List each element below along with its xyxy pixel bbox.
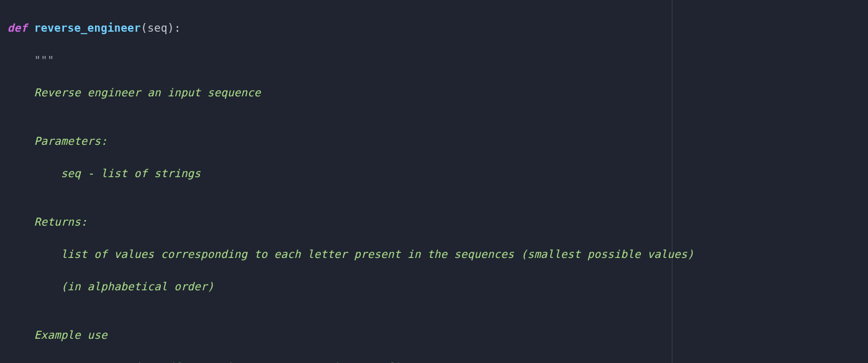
docstring-open: """ [7, 52, 868, 68]
docstring-line: seq - list of strings [7, 165, 868, 182]
docstring-line: (in alphabetical order) [7, 278, 868, 295]
docstring-line: Reverse engineer an input sequence [7, 85, 868, 101]
param-seq: seq [148, 22, 168, 34]
code-line: def reverse_engineer(seq): [7, 20, 868, 36]
space [27, 22, 34, 34]
paren-open: ( [141, 22, 148, 34]
docstring-line: Parameters: [7, 133, 868, 149]
code-editor[interactable]: def reverse_engineer(seq): """ Reverse e… [0, 0, 868, 363]
docstring-line: list of values corresponding to each let… [7, 246, 868, 262]
editor-ruler [672, 0, 672, 363]
keyword-def: def [7, 22, 27, 34]
docstring-line: >>> reverse_engineer(["a", "ab", "c", "a… [7, 359, 868, 363]
docstring-line: Example use [7, 327, 868, 343]
paren-close-colon: ): [168, 22, 181, 34]
docstring-line: Returns: [7, 214, 868, 230]
function-name: reverse_engineer [34, 22, 141, 34]
